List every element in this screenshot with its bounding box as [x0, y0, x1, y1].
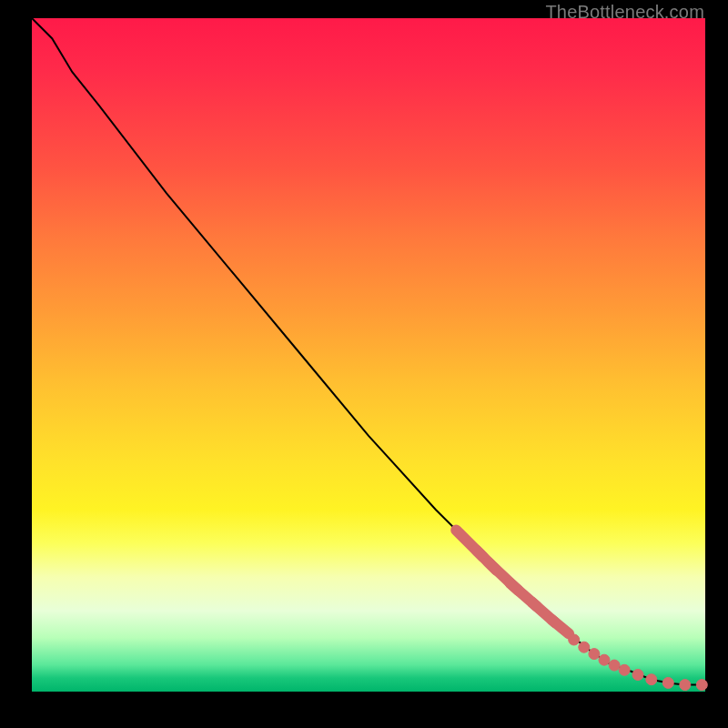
svg-point-6: [569, 634, 580, 645]
svg-point-12: [632, 670, 643, 681]
chart-svg: [32, 18, 705, 692]
curve-line: [32, 18, 705, 685]
plot-area: [32, 18, 705, 692]
chart-stage: TheBottleneck.com: [0, 0, 728, 728]
svg-point-9: [599, 654, 610, 665]
curve-markers: [456, 530, 707, 690]
svg-point-14: [662, 677, 673, 688]
svg-point-8: [589, 649, 600, 660]
svg-point-13: [646, 674, 657, 685]
svg-point-11: [619, 664, 630, 675]
svg-point-16: [696, 680, 707, 691]
svg-point-10: [609, 660, 620, 671]
svg-line-5: [552, 620, 570, 633]
svg-point-15: [680, 680, 691, 691]
svg-point-7: [579, 642, 590, 652]
